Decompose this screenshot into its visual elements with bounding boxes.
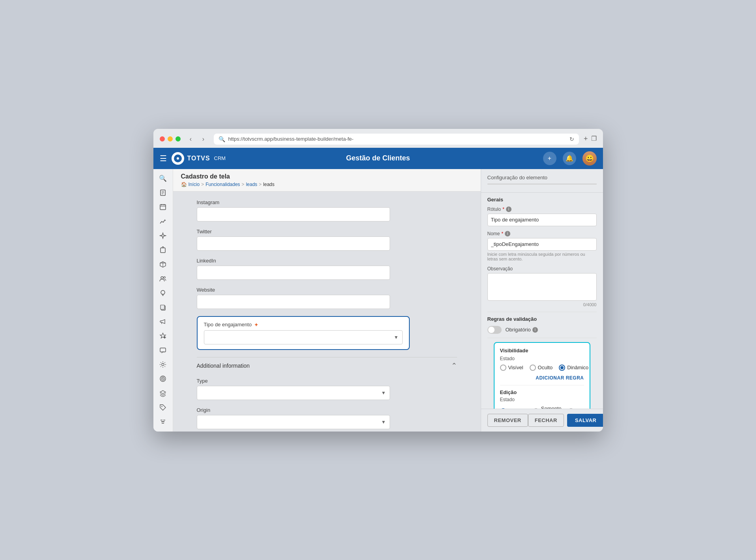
type-label: Type bbox=[197, 378, 457, 384]
sidebar-item-users[interactable] bbox=[156, 272, 170, 285]
remove-button[interactable]: REMOVER bbox=[487, 414, 528, 427]
sidebar-item-document[interactable] bbox=[156, 186, 170, 199]
radio-somente-leitura[interactable]: Somente leitura bbox=[533, 406, 562, 409]
linkedin-input[interactable] bbox=[197, 266, 390, 280]
rotulo-info-icon[interactable]: i bbox=[506, 207, 511, 212]
add-button[interactable]: + bbox=[543, 152, 556, 165]
right-panel: Configuração do elemento Gerais Rótulo *… bbox=[481, 169, 603, 432]
origin-select[interactable] bbox=[197, 415, 390, 429]
website-group: Website bbox=[197, 287, 457, 309]
linkedin-group: LinkedIn bbox=[197, 258, 457, 280]
svg-point-20 bbox=[162, 363, 164, 366]
breadcrumb-home[interactable]: Início bbox=[189, 182, 200, 187]
back-button[interactable]: ‹ bbox=[185, 134, 196, 145]
panel-footer: REMOVER FECHAR SALVAR bbox=[481, 409, 603, 432]
config-divider bbox=[487, 184, 597, 184]
sidebar-item-box[interactable] bbox=[156, 258, 170, 270]
validation-section: Regras de validação Obrigatório i bbox=[487, 312, 597, 338]
edicao-section: Edição Estado Editável bbox=[500, 385, 584, 409]
validacao-title: Regras de validação bbox=[487, 316, 597, 322]
svg-point-23 bbox=[162, 378, 164, 380]
linkedin-label: LinkedIn bbox=[197, 258, 457, 264]
forward-button[interactable]: › bbox=[198, 134, 209, 145]
dot-yellow[interactable] bbox=[168, 136, 173, 141]
breadcrumb-leads1[interactable]: leads bbox=[246, 182, 258, 187]
instagram-group: Instagram bbox=[197, 199, 457, 221]
browser-actions: + ❐ bbox=[584, 135, 597, 143]
sidebar-item-megaphone[interactable] bbox=[156, 315, 170, 328]
add-rule-container: ADICIONAR REGRA bbox=[500, 374, 584, 381]
nome-input[interactable] bbox=[487, 238, 597, 251]
sidebar-item-calendar[interactable] bbox=[156, 201, 170, 213]
sidebar-item-layers[interactable] bbox=[156, 387, 170, 399]
svg-rect-16 bbox=[161, 305, 164, 309]
website-label: Website bbox=[197, 287, 457, 293]
add-tab-button[interactable]: + bbox=[584, 135, 588, 143]
instagram-input[interactable] bbox=[197, 207, 390, 221]
radio-visivel[interactable]: Visível bbox=[500, 365, 523, 371]
dot-red[interactable] bbox=[160, 136, 165, 141]
address-bar[interactable]: 🔍 https://totvscrm.app/business-template… bbox=[214, 134, 579, 145]
breadcrumb: 🏠 Início > Funcionalidades > leads > lea… bbox=[181, 182, 473, 187]
avatar[interactable]: 😀 bbox=[582, 151, 597, 166]
breadcrumb-sep2: > bbox=[242, 182, 245, 187]
close-button[interactable]: FECHAR bbox=[528, 414, 564, 427]
copy-tab-button[interactable]: ❐ bbox=[591, 135, 597, 143]
config-title: Configuração do elemento bbox=[487, 175, 597, 180]
breadcrumb-sep3: > bbox=[259, 182, 261, 187]
breadcrumb-leads2: leads bbox=[263, 182, 274, 187]
sidebar-item-chat[interactable] bbox=[156, 344, 170, 356]
nome-info-icon[interactable]: i bbox=[505, 231, 510, 236]
url-text: https://totvscrm.app/business-template-b… bbox=[228, 136, 566, 142]
sidebar-item-target[interactable] bbox=[156, 372, 170, 385]
sidebar-item-copy[interactable] bbox=[156, 301, 170, 313]
radio-oculto-label: Oculto bbox=[538, 365, 553, 370]
obrigatorio-row: Obrigatório i bbox=[487, 326, 597, 334]
sidebar-item-settings[interactable] bbox=[156, 358, 170, 371]
radio-oculto[interactable]: Oculto bbox=[530, 365, 553, 371]
twitter-group: Twitter bbox=[197, 229, 457, 251]
notification-button[interactable]: 🔔 bbox=[563, 152, 576, 165]
dot-green[interactable] bbox=[175, 136, 181, 141]
sidebar-item-clipboard[interactable] bbox=[156, 244, 170, 256]
section-toggle-icon[interactable]: ⌃ bbox=[451, 361, 457, 370]
obrigatorio-label: Obrigatório i bbox=[506, 327, 538, 333]
save-button[interactable]: SALVAR bbox=[567, 414, 603, 427]
sidebar-item-lightbulb[interactable] bbox=[156, 287, 170, 299]
sidebar-item-starplus[interactable] bbox=[156, 329, 170, 342]
sidebar-item-chart[interactable] bbox=[156, 215, 170, 227]
twitter-label: Twitter bbox=[197, 229, 457, 234]
logo-area: TOTVS CRM bbox=[172, 152, 226, 165]
visibilidade-title: Visibilidade bbox=[500, 348, 584, 353]
breadcrumb-sep1: > bbox=[201, 182, 204, 187]
sidebar-item-search[interactable]: 🔍 bbox=[156, 172, 170, 185]
radio-dinamico-dot bbox=[560, 366, 564, 369]
obrigatorio-toggle[interactable] bbox=[487, 326, 502, 334]
sidebar-item-filter[interactable] bbox=[156, 415, 170, 428]
breadcrumb-funcionalidades[interactable]: Funcionalidades bbox=[205, 182, 240, 187]
radio-dinamico[interactable]: Dinâmico bbox=[559, 365, 588, 371]
browser-dots bbox=[160, 136, 181, 141]
engagement-label: Tipo de engajamento ✦ bbox=[204, 322, 403, 328]
website-input[interactable] bbox=[197, 295, 390, 309]
estado-label: Estado bbox=[500, 356, 584, 361]
engagement-select-wrapper: ▼ bbox=[204, 330, 403, 344]
obrigatorio-info-icon[interactable]: i bbox=[532, 327, 538, 333]
visibilidade-radio-group: Visível Oculto bbox=[500, 365, 584, 371]
radio-oculto-circle bbox=[530, 365, 536, 371]
sidebar-item-sparkle[interactable] bbox=[156, 229, 170, 242]
sidebar-item-tag[interactable] bbox=[156, 401, 170, 414]
rotulo-input[interactable] bbox=[487, 214, 597, 226]
add-rule-button[interactable]: ADICIONAR REGRA bbox=[536, 375, 584, 381]
observacao-group: Observação 0/4000 bbox=[487, 266, 597, 307]
toggle-knob bbox=[488, 327, 495, 333]
type-select[interactable] bbox=[197, 386, 390, 400]
additional-section-header[interactable]: Additional information ⌃ bbox=[197, 357, 457, 374]
observacao-textarea[interactable] bbox=[487, 273, 597, 301]
refresh-icon[interactable]: ↻ bbox=[569, 136, 574, 142]
engagement-select[interactable] bbox=[204, 330, 403, 344]
edicao-radio-group: Editável Somente leitura bbox=[500, 406, 584, 409]
svg-rect-19 bbox=[160, 348, 166, 352]
hamburger-button[interactable]: ☰ bbox=[160, 154, 167, 163]
twitter-input[interactable] bbox=[197, 236, 390, 251]
